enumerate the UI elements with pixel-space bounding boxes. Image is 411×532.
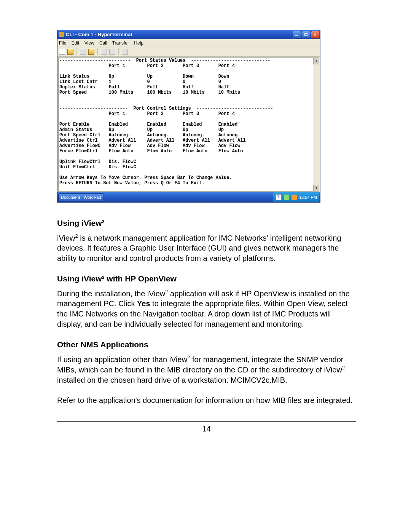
- paragraph-iview-desc: iView2 is a network management applicati…: [57, 233, 356, 264]
- terminal-output[interactable]: -------------------------- Port Status V…: [58, 58, 319, 192]
- toolbar: [57, 47, 320, 57]
- heading-using-iview: Using iView²: [57, 218, 356, 228]
- paragraph-other-nms: If using an application other than iView…: [57, 354, 356, 385]
- new-icon[interactable]: [59, 49, 65, 55]
- paragraph-openview: During the installation, the iView2 appl…: [57, 288, 356, 330]
- send-icon[interactable]: [101, 49, 107, 55]
- system-tray: ? 12:54 PM: [273, 192, 319, 202]
- menu-edit[interactable]: Edit: [72, 40, 80, 46]
- heading-iview-openview: Using iView² with HP OpenView: [57, 273, 356, 284]
- taskbar: Document - WordPad ? 12:54 PM: [57, 192, 320, 202]
- text: If using an application other than iView: [57, 355, 187, 363]
- close-button[interactable]: ×: [311, 31, 319, 38]
- text: is a network management application for …: [57, 233, 341, 262]
- window-titlebar: CLI - Com 1 - HyperTerminal ×: [57, 30, 320, 39]
- text: installed on the chosen hard drive of a …: [57, 376, 287, 384]
- minimize-button[interactable]: [293, 31, 301, 38]
- maximize-button[interactable]: [302, 31, 310, 38]
- window-title: CLI - Com 1 - HyperTerminal: [66, 31, 293, 38]
- menu-bar: File Edit View Call Transfer Help: [57, 39, 320, 47]
- document-page: CLI - Com 1 - HyperTerminal × File Edit …: [0, 0, 411, 532]
- toolbar-separator: [76, 48, 77, 55]
- window-buttons: ×: [293, 31, 319, 38]
- tray-status-icon[interactable]: [284, 195, 289, 200]
- scrollbar[interactable]: ▴ ▾: [313, 58, 319, 192]
- receive-icon[interactable]: [109, 49, 115, 55]
- heading-other-nms: Other NMS Applications: [57, 339, 356, 350]
- open-icon[interactable]: [67, 49, 73, 55]
- tray-app-icon[interactable]: [292, 195, 297, 200]
- superscript-2: 2: [342, 365, 345, 371]
- terminal-wrapper: -------------------------- Port Status V…: [57, 57, 320, 192]
- call-icon[interactable]: [80, 49, 86, 55]
- properties-icon[interactable]: [122, 49, 128, 55]
- toolbar-separator: [118, 48, 119, 55]
- menu-help[interactable]: Help: [134, 40, 143, 46]
- superscript-2: 2: [75, 233, 78, 239]
- paragraph-mib-doc: Refer to the application's documentation…: [57, 395, 356, 406]
- disconnect-icon[interactable]: [88, 49, 94, 55]
- page-rule: [57, 421, 356, 422]
- scroll-up-icon[interactable]: ▴: [313, 58, 319, 64]
- taskbar-item-wordpad[interactable]: Document - WordPad: [58, 193, 104, 201]
- text-bold-yes: Yes: [137, 299, 150, 308]
- hyperterminal-window: CLI - Com 1 - HyperTerminal × File Edit …: [57, 30, 320, 203]
- text: During the installation, the iView: [57, 289, 165, 297]
- menu-call[interactable]: Call: [99, 40, 107, 46]
- page-number: 14: [57, 424, 356, 434]
- menu-view[interactable]: View: [84, 40, 94, 46]
- menu-transfer[interactable]: Transfer: [112, 40, 129, 46]
- menu-file[interactable]: File: [59, 40, 66, 46]
- text: iView: [57, 233, 75, 242]
- tray-clock: 12:54 PM: [299, 195, 317, 200]
- hyperterminal-icon: [59, 32, 64, 37]
- tray-help-icon[interactable]: ?: [276, 194, 282, 200]
- toolbar-separator: [97, 48, 98, 55]
- scroll-down-icon[interactable]: ▾: [313, 185, 319, 192]
